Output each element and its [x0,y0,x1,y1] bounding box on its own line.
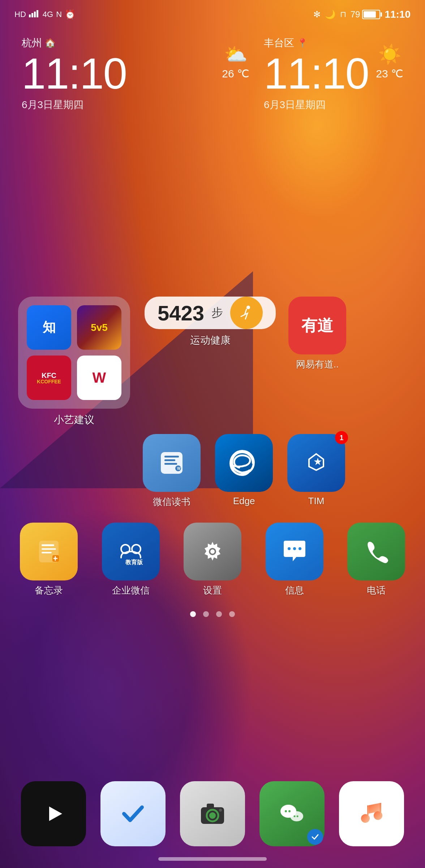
app-grid: 知 5v5 KFC KCOFFEE W 小艺建议 [0,297,425,639]
city1-weather-icon: ⛅ [224,43,248,65]
city1-time: 11:10 [22,52,222,95]
music-dock-wrapper[interactable] [339,781,404,846]
weather-widget: 杭州 🏠 11:10 6月3日星期四 ⛅ 26 ℃ 丰台区 📍 11:10 6月… [0,36,425,112]
messages-wrapper[interactable]: 信息 [264,523,325,597]
svg-point-33 [219,809,222,812]
wechat-reader-icon[interactable]: W [143,434,201,492]
wechat-reader-label: 微信读书 [153,495,190,508]
page-dots [18,611,407,617]
svg-rect-14 [42,548,56,550]
memo-label: 备忘录 [35,584,63,597]
svg-rect-13 [42,544,54,546]
city2-label: 丰台区 📍 [264,36,308,50]
app-row-3: 备忘录 教育版 企业微信 [18,523,407,597]
right-col: 5423 步 运动健康 [145,297,407,371]
memo-icon[interactable] [20,523,78,580]
city2-temp: 23 ℃ [376,67,403,80]
camera-dock-icon[interactable] [180,781,245,846]
signal-icon [29,9,40,20]
svg-point-35 [285,810,287,812]
wework-label: 企业微信 [112,584,150,597]
svg-point-23 [210,549,215,554]
status-bar: HD 4G N ⏰ ✻ 🌙 ⊓ 79 11:10 [0,0,425,29]
battery-percent: 79 [351,9,360,20]
messages-icon[interactable] [266,523,323,580]
city2-date: 6月3日星期四 [264,98,326,112]
settings-wrapper[interactable]: 设置 [182,523,243,597]
page-dot-3[interactable] [216,611,222,617]
xiaoyi-folder[interactable]: 知 5v5 KFC KCOFFEE W [18,297,130,409]
edge-wrapper[interactable]: Edge [213,434,275,507]
folder-label: 小艺建议 [54,413,94,427]
svg-point-39 [297,816,299,817]
svg-rect-32 [207,804,214,809]
svg-point-4 [246,306,250,309]
folder-wrapper[interactable]: 知 5v5 KFC KCOFFEE W 小艺建议 [18,297,130,427]
video-dock-wrapper[interactable] [21,781,86,846]
wework-icon[interactable]: 教育版 [102,523,160,580]
kfc-icon[interactable]: KFC KCOFFEE [27,356,71,400]
settings-icon[interactable] [184,523,241,580]
svg-point-25 [293,547,296,550]
phone-icon[interactable] [347,523,405,580]
city2-weather: ☀️ 23 ℃ [376,36,403,80]
battery-indicator: 79 [351,9,381,20]
wechat-dock-wrapper[interactable] [259,781,325,846]
status-right: ✻ 🌙 ⊓ 79 11:10 [313,9,411,20]
svg-rect-6 [164,456,179,458]
home-indicator[interactable] [158,857,267,861]
city2-time: 11:10 [264,52,369,95]
wechat-reader-wrapper[interactable]: W 微信读书 [141,434,202,508]
tim-label: TIM [308,495,325,507]
app-row-1: 知 5v5 KFC KCOFFEE W 小艺建议 [18,297,407,427]
edge-icon[interactable] [215,434,273,492]
wework-wrapper[interactable]: 教育版 企业微信 [100,523,162,597]
city1-date: 6月3日星期四 [22,98,222,112]
svg-rect-8 [164,463,177,465]
tim-badge: 1 [335,431,348,444]
network-indicator: HD [14,10,26,19]
step-widget-label: 运动健康 [190,333,231,347]
camera-dock-wrapper[interactable] [180,781,245,846]
zhihu-icon[interactable]: 知 [27,305,71,350]
battery-icon [362,10,380,19]
tasks-dock-wrapper[interactable] [100,781,166,846]
phone-wrapper[interactable]: 电话 [345,523,407,597]
wechat-dock-icon[interactable] [259,781,325,846]
tim-wrapper[interactable]: 1 ★ TIM [286,434,347,507]
app-row-2: W 微信读书 Edge 1 ★ [18,434,407,508]
messages-label: 信息 [285,584,304,597]
svg-rect-3 [37,10,38,17]
settings-label: 设置 [203,584,222,597]
page-dot-1[interactable] [190,611,196,617]
video-dock-icon[interactable] [21,781,86,846]
run-icon [230,297,263,329]
svg-text:W: W [177,467,181,471]
youdao-icon[interactable]: 有道 [288,297,346,354]
page-dot-2[interactable] [203,611,209,617]
svg-text:★: ★ [314,457,322,467]
tasks-dock-icon[interactable] [100,781,166,846]
step-unit: 步 [211,305,223,321]
wps-icon[interactable]: W [77,356,121,400]
svg-point-31 [209,812,216,819]
honor-kings-icon[interactable]: 5v5 [77,305,121,350]
svg-point-36 [288,810,291,812]
city2-weather-icon: ☀️ [378,43,402,65]
youdao-wrapper[interactable]: 有道 网易有道.. [287,297,348,371]
step-count: 5423 [158,301,204,325]
time-display: 11:10 [385,9,411,20]
tim-icon[interactable]: 1 ★ [287,434,345,492]
step-row: 5423 步 运动健康 [145,297,407,371]
page-dot-4[interactable] [229,611,235,617]
memo-wrapper[interactable]: 备忘录 [18,523,80,597]
city1-weather: ⛅ 26 ℃ [222,36,249,80]
music-dock-icon[interactable] [339,781,404,846]
phone-label: 电话 [367,584,386,597]
step-widget[interactable]: 5423 步 [145,297,276,329]
svg-point-26 [299,547,301,550]
svg-rect-0 [29,14,31,17]
svg-rect-15 [42,552,52,553]
svg-point-24 [288,547,291,550]
fengtai-clock: 丰台区 📍 11:10 6月3日星期四 [264,36,369,112]
